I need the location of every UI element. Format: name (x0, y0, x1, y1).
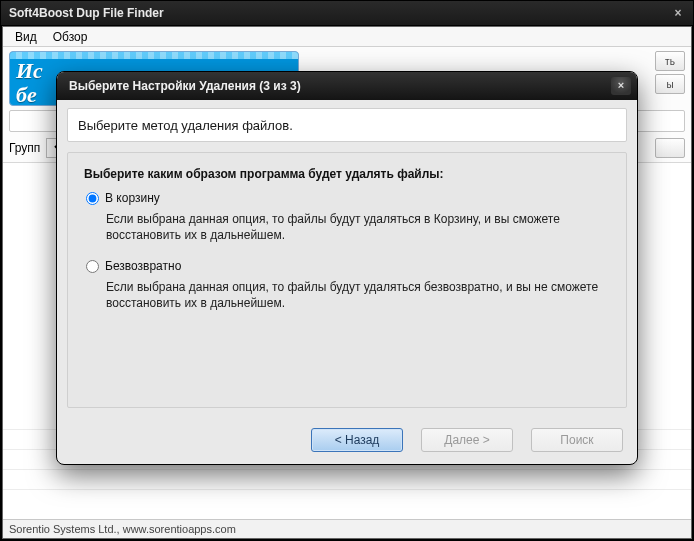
search-button[interactable]: Поиск (531, 428, 623, 452)
dialog-instruction-text: Выберите метод удаления файлов. (78, 118, 293, 133)
option-recycle-bin-text: В корзину (105, 191, 160, 205)
status-bar: Sorentio Systems Ltd., www.sorentioapps.… (3, 519, 691, 538)
option-recycle-bin: В корзину Если выбрана данная опция, то … (86, 191, 610, 243)
dialog-instruction: Выберите метод удаления файлов. (67, 108, 627, 142)
option-permanent: Безвозвратно Если выбрана данная опция, … (86, 259, 610, 311)
delete-settings-dialog: Выберите Настройки Удаления (3 из 3) × В… (56, 71, 638, 465)
side-button-1[interactable]: ть (655, 51, 685, 71)
dialog-heading: Выберите каким образом программа будет у… (84, 167, 610, 181)
divider (3, 489, 691, 490)
app-window: Soft4Boost Dup File Finder × Вид Обзор И… (0, 0, 694, 541)
dialog-button-row: < Назад Далее > Поиск (57, 418, 637, 464)
radio-recycle-bin[interactable] (86, 192, 99, 205)
toolbar-small-button[interactable] (655, 138, 685, 158)
dialog-body: Выберите метод удаления файлов. Выберите… (57, 100, 637, 418)
divider (3, 469, 691, 470)
side-button-2[interactable]: ы (655, 74, 685, 94)
radio-permanent[interactable] (86, 260, 99, 273)
side-buttons: ть ы (655, 51, 685, 94)
next-button[interactable]: Далее > (421, 428, 513, 452)
option-permanent-text: Безвозвратно (105, 259, 181, 273)
option-permanent-desc: Если выбрана данная опция, то файлы буду… (106, 279, 610, 311)
option-permanent-label[interactable]: Безвозвратно (86, 259, 610, 273)
app-title: Soft4Boost Dup File Finder (9, 6, 669, 20)
app-titlebar[interactable]: Soft4Boost Dup File Finder × (1, 1, 693, 25)
dialog-close-icon[interactable]: × (611, 77, 631, 95)
dialog-titlebar[interactable]: Выберите Настройки Удаления (3 из 3) × (57, 72, 637, 100)
menu-bar: Вид Обзор (3, 27, 691, 47)
app-close-icon[interactable]: × (669, 6, 687, 20)
option-recycle-bin-label[interactable]: В корзину (86, 191, 610, 205)
back-button[interactable]: < Назад (311, 428, 403, 452)
dialog-content: Выберите каким образом программа будет у… (67, 152, 627, 408)
dialog-title: Выберите Настройки Удаления (3 из 3) (69, 79, 611, 93)
modal-layer: Выберите Настройки Удаления (3 из 3) × В… (3, 47, 691, 519)
banner-line1: Ис (16, 60, 43, 82)
app-client: Вид Обзор Ис бе ть ы Групп (2, 26, 692, 539)
banner-line2: бе (16, 84, 37, 106)
status-text: Sorentio Systems Ltd., www.sorentioapps.… (9, 523, 236, 535)
menu-item-browse[interactable]: Обзор (45, 28, 96, 46)
option-recycle-bin-desc: Если выбрана данная опция, то файлы буду… (106, 211, 610, 243)
menu-item-view[interactable]: Вид (7, 28, 45, 46)
grouping-label: Групп (9, 141, 40, 155)
